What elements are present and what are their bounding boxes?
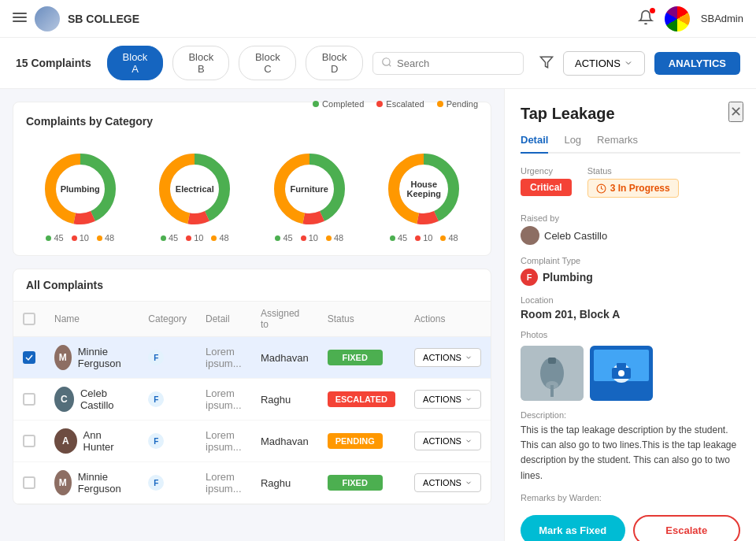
cell-name: C Celeb Castillo [45, 379, 139, 421]
num-green: 45 [161, 233, 178, 243]
table-row[interactable]: C Celeb Castillo F Lorem ipsum... Raghu … [13, 379, 491, 421]
tab-log[interactable]: Log [564, 134, 581, 154]
status-badge: ESCALATED [328, 391, 395, 407]
cell-name: A Ann Hunter [45, 421, 139, 462]
photo-2[interactable] [590, 346, 653, 401]
user-avatar: C [54, 387, 74, 412]
svg-point-3 [383, 57, 390, 65]
escalate-button[interactable]: Escalate [633, 515, 741, 541]
cell-status: FIXED [318, 462, 405, 504]
svg-rect-0 [13, 13, 27, 14]
actions-text: ACTIONS [423, 478, 461, 487]
admin-name[interactable]: SBAdmin [701, 13, 743, 24]
row-actions-button[interactable]: ACTIONS [414, 432, 481, 450]
category-icon: F [148, 433, 164, 449]
row-checkbox[interactable] [23, 393, 35, 406]
table-row[interactable]: A Ann Hunter F Lorem ipsum... Madhavan P… [13, 421, 491, 462]
status-value: 3 In Progress [610, 183, 670, 194]
cell-category: F [139, 337, 196, 379]
chart-item-house-keeping: House Keeping 45 10 48 [384, 150, 463, 243]
description-text: This is the tap leakage description by t… [521, 423, 740, 484]
mark-fixed-button[interactable]: Mark as Fixed [521, 515, 625, 541]
chart-numbers: 45 10 48 [390, 233, 458, 243]
row-checkbox[interactable] [23, 476, 35, 489]
complaint-type: F Plumbing [521, 269, 740, 286]
block-c-button[interactable]: Block C [239, 46, 296, 80]
urgency-label: Urgency [521, 166, 572, 176]
complaint-type-value: Plumbing [543, 271, 593, 283]
status-badge: PENDING [328, 433, 383, 449]
escalated-label: Escalated [386, 99, 424, 109]
num-red: 10 [72, 233, 89, 243]
filter-icon[interactable] [539, 55, 554, 72]
donut-chart: House Keeping [384, 150, 463, 228]
orange-dot [440, 235, 446, 241]
svg-line-4 [389, 64, 391, 66]
tab-detail[interactable]: Detail [521, 134, 548, 154]
cell-actions: ACTIONS [405, 462, 491, 504]
green-dot [275, 235, 280, 241]
category-icon: F [148, 475, 164, 491]
cell-actions: ACTIONS [405, 337, 491, 379]
clock-icon [596, 183, 606, 194]
num-orange: 48 [326, 233, 343, 243]
chart-legend: Completed Escalated Pending [313, 99, 478, 109]
num-green: 45 [46, 233, 63, 243]
row-actions-button[interactable]: ACTIONS [414, 473, 481, 492]
cell-checkbox [13, 379, 45, 421]
actions-label: ACTIONS [575, 57, 621, 69]
cell-category: F [139, 421, 196, 462]
row-actions-button[interactable]: ACTIONS [414, 348, 481, 367]
num-green: 45 [390, 233, 407, 243]
table-body: M Minnie Ferguson F Lorem ipsum... Madha… [13, 337, 491, 504]
user-avatar: A [54, 428, 77, 454]
row-checkbox[interactable] [23, 351, 35, 364]
svg-point-33 [618, 370, 624, 376]
chart-numbers: 45 10 48 [161, 233, 229, 243]
row-checkbox[interactable] [23, 435, 35, 447]
block-b-button[interactable]: Block B [172, 46, 229, 80]
num-red: 10 [415, 233, 432, 243]
hamburger-icon[interactable] [13, 10, 27, 27]
table-row[interactable]: M Minnie Ferguson F Lorem ipsum... Raghu… [13, 462, 491, 504]
chart-item-furniture: Furniture 45 10 48 [270, 150, 349, 243]
category-icon: F [148, 350, 164, 365]
cell-detail: Lorem ipsum... [196, 379, 251, 421]
donut-label: Electrical [176, 184, 214, 194]
close-button[interactable]: ✕ [728, 102, 743, 122]
raised-by-avatar [521, 226, 539, 245]
urgency-col: Urgency Critical [521, 166, 572, 198]
status-col: Status 3 In Progress [587, 166, 679, 198]
chevron-down-icon [465, 437, 472, 445]
block-d-button[interactable]: Block D [306, 46, 363, 80]
col-checkbox [13, 302, 45, 337]
actions-dropdown-button[interactable]: ACTIONS [563, 51, 645, 76]
user-avatar[interactable] [665, 6, 690, 31]
search-input[interactable] [397, 57, 515, 69]
user-avatar: M [54, 345, 72, 370]
urgency-badge: Critical [521, 179, 572, 196]
sub-header: 15 Complaints Block A Block B Block C Bl… [0, 38, 756, 89]
table-row[interactable]: M Minnie Ferguson F Lorem ipsum... Madha… [13, 337, 491, 379]
tab-remarks[interactable]: Remarks [597, 134, 638, 154]
cell-checkbox [13, 421, 45, 462]
search-box[interactable] [372, 52, 524, 75]
panel-title: Tap Leakage [521, 105, 721, 123]
cell-detail: Lorem ipsum... [196, 337, 251, 379]
svg-rect-27 [550, 385, 554, 397]
notification-bell[interactable] [638, 9, 654, 28]
orange-dot [97, 235, 102, 241]
row-actions-button[interactable]: ACTIONS [414, 390, 481, 409]
select-all-checkbox[interactable] [23, 313, 35, 325]
cell-assigned: Madhavan [251, 337, 318, 379]
completed-label: Completed [322, 99, 364, 109]
plumbing-icon: F [521, 269, 538, 286]
block-a-button[interactable]: Block A [107, 46, 164, 80]
cell-detail: Lorem ipsum... [196, 421, 251, 462]
complaints-count: 15 Complaints [16, 57, 91, 69]
red-dot [186, 235, 191, 241]
photo-1[interactable] [521, 346, 584, 401]
analytics-button[interactable]: ANALYTICS [654, 52, 740, 75]
donut-chart: Furniture [270, 150, 349, 228]
donut-label: Plumbing [61, 184, 100, 194]
